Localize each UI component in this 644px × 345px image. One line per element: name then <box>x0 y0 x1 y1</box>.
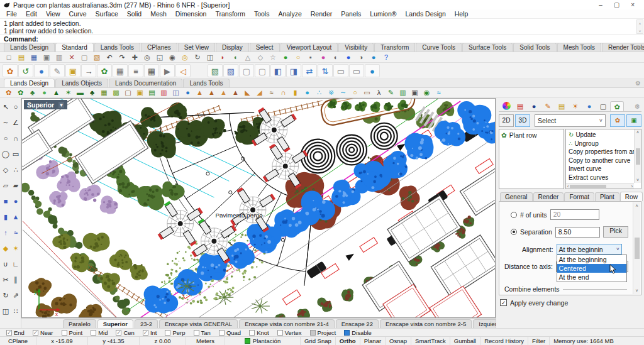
materials-panel-icon[interactable]: ● <box>527 101 541 111</box>
object-list-item[interactable]: ✿ Plant row <box>501 131 562 139</box>
render-settings-icon[interactable]: ◑ <box>355 53 367 62</box>
layer-state-icon[interactable]: ● <box>279 53 292 62</box>
minimize-button[interactable]: – <box>599 1 602 9</box>
join-icon[interactable]: ∪ <box>1 256 11 271</box>
scroll-down-icon[interactable]: ˅ <box>635 288 638 293</box>
plant-database-button[interactable]: ✿ <box>610 114 625 127</box>
hedge-icon[interactable]: ▬ <box>74 88 86 97</box>
cylinder-icon[interactable]: ▮ <box>1 209 11 224</box>
prop-tab-plant[interactable]: Plant <box>595 192 619 201</box>
prop-tab-render[interactable]: Render <box>533 192 564 201</box>
duplicate-icon[interactable]: ▢ <box>78 53 91 62</box>
plant-icon[interactable]: ✿ <box>97 64 112 77</box>
osnap-project[interactable]: Project <box>310 329 336 336</box>
surface-icon[interactable]: ▱ <box>1 178 11 193</box>
curve-icon[interactable]: ∼ <box>1 115 11 130</box>
link-panel-icon[interactable]: ✎ <box>541 101 555 111</box>
pane-grid-snap[interactable]: Grid Snap <box>301 337 336 345</box>
separation-pick-button[interactable]: Pick <box>603 226 628 238</box>
view-tab-enscape-22[interactable]: Enscape 22 <box>336 319 379 328</box>
copy-icon[interactable]: ▥ <box>53 53 65 62</box>
command-history[interactable]: 1 plant added to selection. 1 plant row … <box>0 19 644 35</box>
command-history-scrollbar[interactable]: ˄ ˅ <box>636 19 643 34</box>
update-plants-button[interactable]: ▣ <box>626 114 641 127</box>
units-button[interactable]: Meters <box>186 337 225 345</box>
scroll-thumb[interactable] <box>635 238 640 259</box>
save-a-icon[interactable]: ▢ <box>239 64 254 77</box>
swap-h-icon[interactable]: ⇄ <box>302 64 317 77</box>
viewport-title-menu[interactable]: Superior ▾ <box>24 100 67 109</box>
rotate-view-icon[interactable]: ↻ <box>191 53 204 62</box>
trim-icon[interactable]: ✂ <box>1 272 11 287</box>
box-icon[interactable]: ■ <box>1 194 11 209</box>
display-color-panel-icon[interactable]: ● <box>502 102 511 110</box>
osnap-knot[interactable]: Knot <box>249 329 269 336</box>
sync-icon[interactable]: ↺ <box>18 64 33 77</box>
person-icon[interactable]: λ <box>373 88 385 97</box>
pane-ortho[interactable]: Ortho <box>336 337 360 345</box>
globe-icon[interactable]: ● <box>365 64 380 77</box>
osnap-perp[interactable]: Perp <box>165 329 185 336</box>
snapshot-icon[interactable]: ▦ <box>113 64 128 77</box>
pane-smarttrack[interactable]: SmartTrack <box>411 337 450 345</box>
world-icon[interactable]: ● <box>367 53 380 62</box>
separation-field[interactable]: 8.50 <box>555 227 600 238</box>
undo-icon[interactable]: ↶ <box>103 53 116 62</box>
display-panel-icon[interactable]: ▢ <box>596 101 610 111</box>
menu-surface[interactable]: Surface <box>91 10 123 18</box>
mound-icon[interactable]: ∩ <box>277 88 289 97</box>
tab-viewport-layout[interactable]: Viewport Layout <box>280 43 338 52</box>
prop-tab-format[interactable]: Format <box>564 192 594 201</box>
viewport-title[interactable]: Superior <box>27 101 54 109</box>
menu-view[interactable]: View <box>42 10 65 18</box>
plan-canvas[interactable]: yx Pavimento pergo <box>22 99 495 317</box>
photo-icon[interactable]: ▣ <box>65 64 80 77</box>
alignment-option-at-the-beginning[interactable]: At the beginning <box>557 255 626 264</box>
zoom-icon[interactable]: ◎ <box>141 53 153 62</box>
context-vertical-scrollbar[interactable]: ˄ ˅ <box>634 129 641 183</box>
open-file-icon[interactable]: ▤ <box>15 53 28 62</box>
scroll-up-icon[interactable]: ˄ <box>635 204 638 208</box>
scroll-up-icon[interactable]: ˄ <box>639 20 641 28</box>
redo-icon[interactable]: ↷ <box>116 53 128 62</box>
tree-icon[interactable]: ♣ <box>26 88 38 97</box>
select-pointer-icon[interactable]: ↖ <box>1 99 11 114</box>
apply-every-change[interactable]: ✓ Apply every change <box>499 295 641 307</box>
menu-mesh[interactable]: Mesh <box>146 10 171 18</box>
plant-select-icon[interactable]: ✿ <box>14 88 26 97</box>
show-icon[interactable]: ◖ <box>229 53 242 62</box>
terrain-1-icon[interactable]: ▲ <box>194 88 206 97</box>
irrigation-icon[interactable]: ∴ <box>313 88 325 97</box>
chart-icon[interactable]: ▥ <box>397 88 409 97</box>
sprinkler-icon[interactable]: ※ <box>325 88 337 97</box>
play-icon[interactable]: ▶ <box>160 64 175 77</box>
truck-icon[interactable]: ▮ <box>289 88 301 97</box>
terrain-cut-icon[interactable]: ◣ <box>242 88 253 97</box>
osnap-quad-checkbox[interactable] <box>219 330 225 336</box>
current-layer-button[interactable]: Plantación <box>225 337 301 345</box>
array-icon[interactable]: ∷ <box>11 304 21 319</box>
coordinate-z[interactable]: z 0.00 <box>140 337 186 345</box>
lock-icon[interactable]: ▪ <box>304 53 317 62</box>
groundcover-icon[interactable]: ▦ <box>98 88 110 97</box>
help-icon[interactable]: ? <box>380 53 392 62</box>
osnap-knot-checkbox[interactable] <box>249 330 255 336</box>
lightbulb-icon[interactable]: ○ <box>292 53 304 62</box>
explode-icon[interactable]: ✶ <box>11 241 21 256</box>
toolbar-options-gear-icon[interactable]: ⚙ <box>635 80 641 87</box>
mode-2d-button[interactable]: 2D <box>499 114 514 127</box>
render-plant-icon[interactable]: ◉ <box>421 88 433 97</box>
tab-select[interactable]: Select <box>250 43 280 52</box>
coordinate-y[interactable]: y -41.35 <box>88 337 140 345</box>
stats-icon[interactable]: ▥ <box>158 88 170 97</box>
pan-icon[interactable]: ✚ <box>128 53 141 62</box>
zoom-dynamic-icon[interactable]: ◉ <box>166 53 179 62</box>
panel-right-icon[interactable]: ◨ <box>286 64 301 77</box>
osnap-end-checkbox[interactable]: ✓ <box>6 330 12 336</box>
osnap-near[interactable]: ✓Near <box>33 329 53 336</box>
tab-lands-tools[interactable]: Lands Tools <box>94 43 140 52</box>
osnap-tan-checkbox[interactable] <box>194 330 199 336</box>
tab-set-view[interactable]: Set View <box>178 43 215 52</box>
water-drop-icon[interactable]: ● <box>301 88 313 97</box>
osnap-cen[interactable]: ✓Cen <box>116 329 134 336</box>
